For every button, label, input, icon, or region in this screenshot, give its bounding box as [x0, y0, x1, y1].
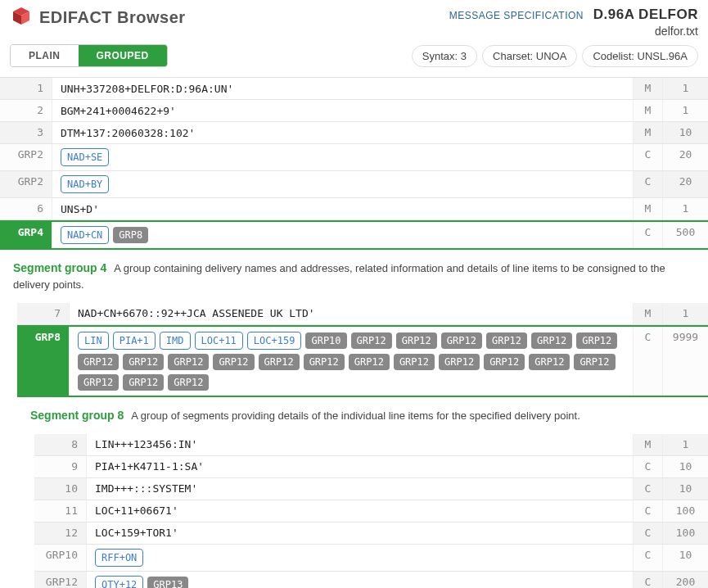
- group-tag[interactable]: GRP12: [529, 354, 570, 370]
- segment-tag[interactable]: NAD+BY: [61, 175, 109, 193]
- group-tag[interactable]: GRP10: [305, 332, 346, 349]
- segment-row[interactable]: 7 NAD+CN+6670::92++JCA ASSENEDE UK LTD' …: [17, 303, 708, 325]
- segment-tag[interactable]: NAD+CN: [61, 226, 109, 244]
- group-tag[interactable]: GRP12: [486, 332, 527, 349]
- segment-row[interactable]: 2 BGM+241+0004622+9' M 1: [0, 100, 708, 122]
- segment-row[interactable]: 11LOC+11+06671'C100: [34, 500, 708, 522]
- group-tag[interactable]: GRP12: [168, 374, 209, 391]
- group-tag[interactable]: GRP12: [78, 354, 119, 370]
- spec-link[interactable]: MESSAGE SPECIFICATION: [449, 10, 584, 21]
- group-tag[interactable]: GRP12: [439, 354, 480, 370]
- group-tag[interactable]: GRP12: [484, 354, 525, 370]
- pill-codelist[interactable]: Codelist: UNSL.96A: [582, 45, 698, 67]
- mc-col: C: [633, 171, 662, 197]
- segment-text: UNH+337208+DELFOR:D:96A:UN': [52, 78, 633, 99]
- segment-row[interactable]: 10IMD+++:::SYSTEM'C10: [34, 478, 708, 500]
- mc-col: C: [633, 478, 662, 500]
- group-tag[interactable]: GRP12: [168, 354, 209, 370]
- segment-row[interactable]: 3 DTM+137:20060328:102' M 10: [0, 122, 708, 144]
- group-label: GRP12: [34, 572, 87, 589]
- group-row[interactable]: GRP2 NAD+BY C 20: [0, 171, 708, 198]
- pill-syntax[interactable]: Syntax: 3: [412, 45, 477, 67]
- group-desc-title: Segment group 4: [13, 261, 106, 274]
- line-number: 10: [34, 478, 87, 500]
- spec-version: D.96A DELFOR: [593, 7, 698, 22]
- segment-row[interactable]: 6 UNS+D' M 1: [0, 198, 708, 220]
- group-label: GRP2: [0, 171, 52, 197]
- group-tag[interactable]: GRP12: [394, 354, 435, 370]
- mc-col: C: [633, 500, 662, 522]
- line-number: 3: [0, 122, 52, 143]
- segment-row[interactable]: 12LOC+159+TOR1'C100: [34, 522, 708, 545]
- group-tags-container: LINPIA+1IMDLOC+11LOC+159GRP10GRP12GRP12G…: [70, 327, 633, 396]
- group-tag[interactable]: GRP12: [574, 354, 615, 370]
- segment-tag[interactable]: LOC+159: [247, 332, 302, 350]
- line-number: 6: [0, 198, 52, 219]
- group-tag[interactable]: GRP12: [396, 332, 437, 349]
- group-tag[interactable]: GRP12: [441, 332, 482, 349]
- segment-text: LIN+++123456:IN': [87, 434, 633, 455]
- segment-tag[interactable]: LOC+11: [195, 332, 243, 350]
- line-number: 2: [0, 100, 52, 121]
- group-tag[interactable]: GRP12: [123, 354, 164, 370]
- line-number: 7: [17, 303, 70, 324]
- tab-plain[interactable]: PLAIN: [11, 45, 79, 66]
- mc-col: C: [633, 222, 662, 248]
- segment-grid: 1 UNH+337208+DELFOR:D:96A:UN' M 1 2 BGM+…: [0, 77, 708, 588]
- spec-block: MESSAGE SPECIFICATION D.96A DELFOR delfo…: [449, 7, 698, 38]
- tab-grouped[interactable]: GROUPED: [79, 45, 167, 66]
- group-desc-text: A group containing delivery names and ad…: [13, 262, 665, 291]
- rep-col: 200: [662, 572, 708, 589]
- rep-col: 1: [662, 100, 708, 121]
- rep-col: 100: [662, 522, 708, 544]
- line-number: 1: [0, 78, 52, 99]
- segment-text: PIA+1+K4711-1:SA': [87, 456, 633, 477]
- mc-col: M: [633, 122, 662, 143]
- mc-col: C: [633, 144, 662, 170]
- group-row[interactable]: GRP10RFF+ONC10: [34, 545, 708, 572]
- segment-text: BGM+241+0004622+9': [52, 100, 633, 121]
- line-number: 11: [34, 500, 87, 522]
- spec-filename: delfor.txt: [449, 25, 698, 38]
- logo-icon: [10, 7, 33, 28]
- group-row-expanded[interactable]: GRP4 NAD+CN GRP8 C 500: [0, 220, 708, 250]
- rep-col: 1: [662, 303, 708, 324]
- segment-row[interactable]: 8LIN+++123456:IN'M1: [34, 434, 708, 456]
- segment-text: NAD+CN+6670::92++JCA ASSENEDE UK LTD': [70, 303, 633, 324]
- group-tag[interactable]: GRP12: [349, 354, 390, 370]
- segment-tag[interactable]: PIA+1: [113, 332, 156, 350]
- group-tag[interactable]: GRP12: [531, 332, 572, 349]
- pill-charset[interactable]: Charset: UNOA: [482, 45, 577, 67]
- rep-col: 10: [662, 456, 708, 477]
- segment-text: IMD+++:::SYSTEM': [87, 478, 633, 500]
- group-tag[interactable]: GRP12: [213, 354, 254, 370]
- segment-tag[interactable]: LIN: [78, 332, 109, 350]
- group-tag[interactable]: GRP12: [259, 354, 300, 370]
- group-tag[interactable]: GRP12: [576, 332, 617, 349]
- segment-tag[interactable]: QTY+12: [95, 576, 143, 589]
- segment-tag[interactable]: RFF+ON: [95, 549, 143, 567]
- group-tag[interactable]: GRP12: [123, 374, 164, 391]
- group-description: Segment group 4 A group containing deliv…: [0, 250, 708, 303]
- segment-row[interactable]: 9PIA+1+K4711-1:SA'C10: [34, 456, 708, 478]
- group-tag[interactable]: GRP12: [351, 332, 392, 349]
- group-tag[interactable]: GRP8: [113, 227, 148, 243]
- group-desc-title: Segment group 8: [30, 409, 124, 422]
- group-tag[interactable]: GRP13: [147, 577, 188, 589]
- rep-col: 500: [662, 222, 708, 248]
- segment-tag[interactable]: IMD: [160, 332, 191, 350]
- rep-col: 1: [662, 198, 708, 219]
- mc-col: M: [633, 198, 662, 219]
- mc-col: C: [633, 522, 662, 544]
- segment-row[interactable]: 1 UNH+337208+DELFOR:D:96A:UN' M 1: [0, 78, 708, 100]
- group-tag[interactable]: GRP12: [78, 374, 119, 391]
- info-pills: Syntax: 3 Charset: UNOA Codelist: UNSL.9…: [412, 45, 698, 67]
- group-desc-text: A group of segments providing details of…: [131, 409, 579, 422]
- segment-tag[interactable]: NAD+SE: [61, 148, 109, 166]
- group-row-expanded[interactable]: GRP8 LINPIA+1IMDLOC+11LOC+159GRP10GRP12G…: [17, 325, 708, 397]
- group-label: GRP8: [17, 327, 70, 396]
- group-tag[interactable]: GRP12: [304, 354, 345, 370]
- group-row[interactable]: GRP12QTY+12GRP13C200: [34, 572, 708, 589]
- mc-col: M: [633, 100, 662, 121]
- group-row[interactable]: GRP2 NAD+SE C 20: [0, 144, 708, 171]
